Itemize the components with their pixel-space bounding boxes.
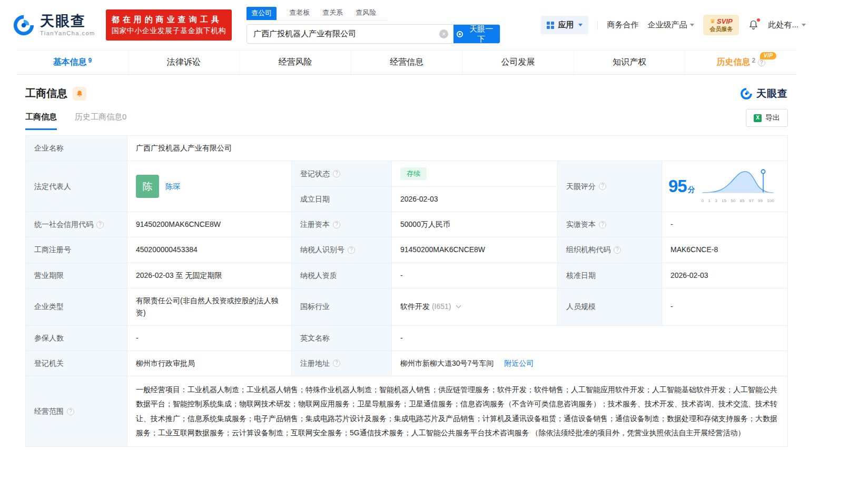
subscribe-bell-button[interactable] — [73, 87, 86, 101]
logo-name: 天眼查 — [40, 14, 95, 29]
subtab-history-business-info[interactable]: 历史工商信息0 — [75, 112, 126, 130]
header-right-nav: 应用 商务合作 企业级产品 ♛ SVIP 会员服务 此处有... — [541, 15, 806, 35]
tab-history-info-label: 历史信息 — [716, 57, 750, 68]
score-label-text: 天眼评分 — [566, 181, 596, 193]
score-chart: 0131550859799100 — [701, 168, 775, 204]
apps-menu[interactable]: 应用 — [541, 16, 588, 34]
business-info-section: 工商信息 天眼查 工商信息 历史工商信息0 X 导出 — [17, 75, 796, 447]
help-icon[interactable]: ? — [348, 246, 355, 254]
help-icon[interactable]: ? — [333, 221, 340, 228]
address-cell: 柳州市新柳大道30号7号车间 附近公司 — [392, 351, 788, 376]
score-cell: 95 分 — [662, 161, 788, 212]
chevron-down-icon — [578, 24, 583, 26]
tab-legal-proceedings[interactable]: 法律诉讼 — [129, 51, 240, 74]
help-icon[interactable]: ? — [333, 170, 340, 177]
reg-number-label: 工商注册号 — [26, 237, 127, 263]
nav-enterprise-products[interactable]: 企业级产品 — [647, 20, 694, 30]
search-input[interactable] — [247, 29, 439, 38]
taxpayer-id-value: 91450200MAK6CNCE8W — [392, 237, 558, 263]
notifications-bell-button[interactable] — [748, 19, 759, 31]
help-icon[interactable]: ? — [758, 59, 765, 66]
search-button[interactable]: 天眼一下 — [453, 24, 500, 44]
help-icon[interactable]: ? — [614, 246, 621, 254]
chevron-down-icon[interactable] — [456, 303, 461, 308]
tab-operating-info[interactable]: 经营信息 — [351, 51, 463, 74]
company-name-value: 广西广投机器人产业有限公司 — [127, 136, 788, 161]
search-tab-company[interactable]: 查公司 — [246, 7, 277, 20]
credit-code-label-text: 统一社会信用代码 — [34, 218, 93, 231]
vip-badge: VIP — [760, 52, 777, 59]
reg-number-value: 450200000453384 — [127, 237, 292, 263]
table-row: 企业类型 有限责任公司(非自然人投资或控股的法人独资) 国标行业 软件开发 (I… — [26, 288, 788, 325]
eye-icon — [457, 31, 463, 37]
apps-label: 应用 — [558, 20, 574, 30]
taxpayer-quality-value: - — [392, 263, 558, 288]
export-button[interactable]: X 导出 — [746, 109, 788, 127]
business-info-table: 企业名称 广西广投机器人产业有限公司 法定代表人 陈 陈琛 登记状态? — [25, 135, 788, 447]
tab-basic-info[interactable]: 基本信息 9 — [17, 51, 129, 74]
help-icon[interactable]: ? — [333, 360, 340, 367]
industry-cell: 软件开发 (I651) — [392, 288, 558, 325]
credit-code-value: 91450200MAK6CNCE8W — [127, 212, 292, 237]
svip-membership-badge[interactable]: ♛ SVIP 会员服务 — [703, 15, 739, 35]
table-row: 参保人数 - 英文名称 - — [26, 325, 788, 351]
help-icon[interactable]: ? — [599, 221, 606, 228]
tab-intellectual-property[interactable]: 知识产权 — [574, 51, 686, 74]
tab-operating-risk[interactable]: 经营风险 — [240, 51, 351, 74]
authority-value: 柳州市行政审批局 — [127, 351, 292, 376]
subtab-business-info[interactable]: 工商信息 — [25, 112, 57, 130]
search-tab-boss[interactable]: 查老板 — [289, 6, 310, 20]
search-area: 查公司 查老板 查关系 查风险 × 天眼一下 — [246, 6, 500, 44]
org-code-label: 组织机构代码? — [558, 237, 662, 263]
address-label: 注册地址? — [292, 351, 392, 376]
crown-icon: ♛ — [710, 18, 715, 25]
avatar[interactable]: 陈 — [136, 175, 159, 198]
est-date-value: 2026-02-03 — [392, 187, 558, 212]
nav-business-coop[interactable]: 商务合作 — [607, 20, 638, 30]
user-menu[interactable]: 此处有... — [768, 20, 806, 30]
tianyancha-logo-icon — [12, 13, 36, 37]
score-value: 95 — [668, 172, 687, 201]
table-row: 登记机关 柳州市行政审批局 注册地址? 柳州市新柳大道30号7号车间 附近公司 — [26, 351, 788, 376]
status-badge: 存续 — [400, 167, 427, 180]
svip-label: SVIP — [717, 17, 733, 26]
legal-rep-link[interactable]: 陈琛 — [165, 181, 180, 193]
org-code-label-text: 组织机构代码 — [566, 244, 610, 256]
tab-history-info-count: 2 — [752, 57, 755, 64]
tab-history-info[interactable]: VIP 历史信息 2 ? — [685, 51, 796, 74]
nearby-companies-link[interactable]: 附近公司 — [504, 359, 534, 367]
industry-code: (I651) — [432, 302, 451, 311]
reg-status-cell: 存续 — [392, 161, 558, 187]
approve-date-label: 核准日期 — [558, 263, 662, 288]
promo-banner: 都在用的商业查询工具 国家中小企业发展子基金旗下机构 — [106, 9, 232, 41]
search-tabs: 查公司 查老板 查关系 查风险 — [246, 6, 388, 21]
reg-capital-label-text: 注册资本 — [300, 218, 330, 231]
help-icon[interactable]: ? — [96, 221, 104, 228]
nav-enterprise-label: 企业级产品 — [647, 20, 687, 30]
term-label: 营业期限 — [26, 263, 127, 288]
tab-company-development-label: 公司发展 — [501, 57, 535, 68]
clear-icon[interactable]: × — [439, 29, 448, 38]
company-nav-tabs: 基本信息 9 法律诉讼 经营风险 经营信息 公司发展 知识产权 VIP 历史信息… — [17, 50, 796, 75]
search-box: × 天眼一下 — [246, 24, 500, 44]
authority-label: 登记机关 — [26, 351, 127, 376]
logo-domain: TianYanCha.com — [40, 30, 95, 36]
help-icon[interactable]: ? — [599, 183, 606, 190]
search-tab-risk[interactable]: 查风险 — [356, 6, 376, 20]
tab-legal-proceedings-label: 法律诉讼 — [167, 57, 201, 68]
score-label: 天眼评分? — [558, 161, 662, 212]
insured-label: 参保人数 — [26, 325, 127, 351]
paid-capital-value: - — [662, 212, 788, 237]
tab-intellectual-property-label: 知识产权 — [613, 57, 646, 68]
tab-company-development[interactable]: 公司发展 — [462, 51, 574, 74]
tab-basic-info-label: 基本信息 — [53, 57, 86, 68]
table-row: 营业期限 2026-02-03 至 无固定期限 纳税人资质 - 核准日期 202… — [26, 263, 788, 288]
table-row: 企业名称 广西广投机器人产业有限公司 — [26, 136, 788, 161]
chevron-down-icon — [690, 24, 694, 26]
industry-value: 软件开发 — [400, 302, 430, 311]
search-tab-relation[interactable]: 查关系 — [322, 6, 343, 20]
term-value: 2026-02-03 至 无固定期限 — [127, 263, 292, 288]
tianyancha-logo[interactable]: 天眼查 TianYanCha.com — [12, 13, 95, 37]
address-label-text: 注册地址 — [300, 357, 330, 370]
help-icon[interactable]: ? — [67, 408, 74, 415]
